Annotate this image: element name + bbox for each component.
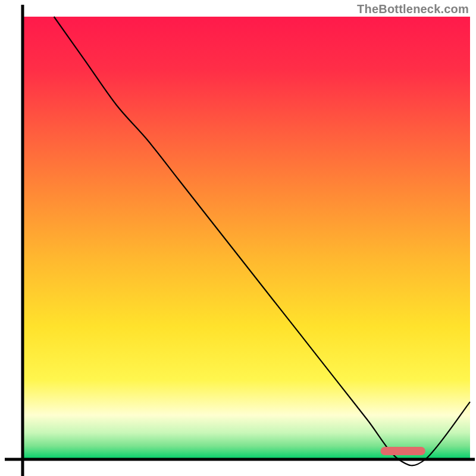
optimal-range-marker — [381, 447, 425, 455]
plot-background — [23, 17, 470, 459]
chart-container: TheBottleneck.com — [0, 0, 476, 476]
bottleneck-chart — [0, 0, 476, 476]
source-attribution: TheBottleneck.com — [357, 2, 469, 16]
